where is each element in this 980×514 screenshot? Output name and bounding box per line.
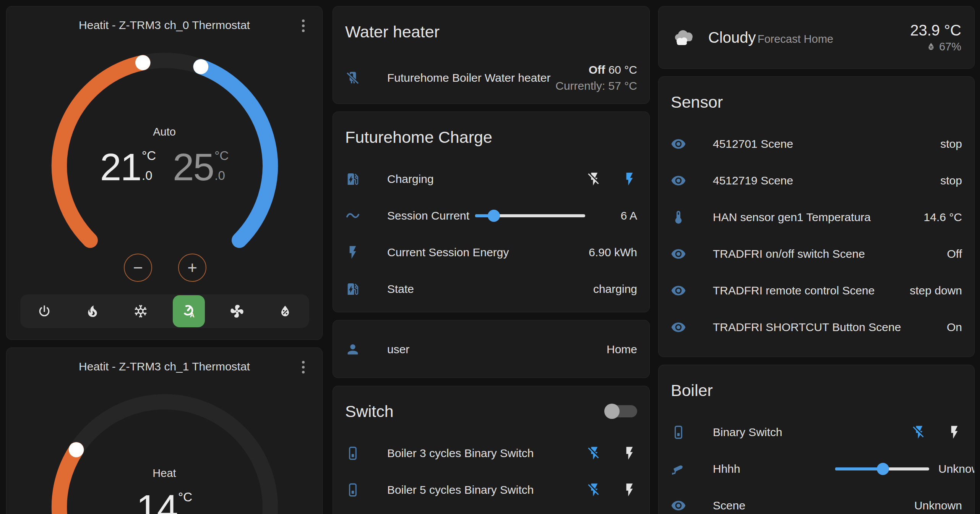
light-switch-icon: [345, 482, 360, 498]
thermostat-card-ch0: Heatit - Z-TRM3 ch_0 Thermostat Auto 21 …: [6, 6, 323, 340]
flash-icon[interactable]: [622, 482, 637, 498]
fan-icon: [229, 304, 245, 319]
eye-icon: [671, 136, 686, 152]
card-title: Futurehome Charge: [345, 112, 637, 147]
user-row[interactable]: user Home: [345, 320, 637, 378]
binary-switch-row[interactable]: Binary Switch: [671, 414, 962, 451]
switch-group-toggle[interactable]: [604, 404, 637, 419]
water-boiler-off-icon: [345, 70, 360, 86]
eye-icon: [671, 246, 686, 262]
right-column: Cloudy Forecast Home 23.9 °C 67% Sensor …: [658, 6, 975, 514]
light-switch-icon: [345, 446, 360, 461]
mode-heat-button[interactable]: [76, 295, 109, 327]
entity-state: Off 60 °C Currently: 57 °C: [555, 63, 637, 92]
weather-subtitle: Forecast Home: [758, 33, 833, 45]
entity-name: Current Session Energy: [387, 246, 509, 259]
target-temp-low: 21 °C .0: [100, 147, 156, 187]
eye-icon: [671, 498, 686, 513]
hvac-mode-bar: A: [20, 294, 309, 328]
increase-temp-button[interactable]: +: [178, 254, 206, 282]
more-options-icon[interactable]: [295, 359, 311, 375]
flash-icon[interactable]: [947, 425, 962, 440]
cloudy-icon: [672, 27, 697, 48]
flash-off-icon[interactable]: [587, 446, 602, 461]
mode-cool-button[interactable]: [125, 295, 157, 327]
sensor-card: Sensor 4512701 Scene stop 4512719 Scene …: [658, 76, 975, 357]
ev-station-icon: [345, 171, 360, 187]
session-current-slider[interactable]: [475, 208, 585, 223]
card-title: Water heater: [345, 6, 637, 42]
mode-off-button[interactable]: [28, 295, 60, 327]
thermometer-icon: [671, 210, 686, 225]
thermostat-card-ch1: Heatit - Z-TRM3 ch_1 Thermostat Heat 14 …: [6, 348, 323, 514]
state-row[interactable]: State charging: [345, 271, 637, 307]
boiler5-row[interactable]: Boiler 5 cycles Binary Switch: [345, 472, 637, 508]
mode-dry-button[interactable]: [269, 295, 301, 327]
entity-secondary: Currently: 57 °C: [555, 79, 637, 92]
boiler-card: Boiler Binary Switch: [658, 365, 975, 514]
thermostat-title: Heatit - Z-TRM3 ch_1 Thermostat: [6, 360, 322, 373]
entity-name: user: [387, 343, 409, 356]
temp-decimal: .0: [214, 168, 229, 183]
water-heater-row[interactable]: Futurehome Boiler Water heater Off 60 °C…: [345, 55, 637, 100]
entity-value: Home: [607, 343, 637, 356]
more-options-icon[interactable]: [295, 17, 311, 34]
mode-auto-button[interactable]: A: [173, 295, 205, 327]
account-icon: [345, 342, 360, 357]
thermostat-auto-icon: A: [181, 304, 196, 319]
sensor-row[interactable]: HAN sensor gen1 Temperatura 14.6 °C: [671, 199, 962, 236]
weather-humidity: 67%: [939, 39, 961, 54]
weather-temperature: 23.9 °C: [910, 22, 961, 39]
entity-value: 6.90 kWh: [589, 246, 637, 259]
sensor-row[interactable]: 4512701 Scene stop: [671, 126, 962, 162]
thermostat-header: Heatit - Z-TRM3 ch_1 Thermostat: [6, 348, 322, 385]
hhhh-slider[interactable]: [835, 461, 929, 477]
flash-off-icon[interactable]: [587, 482, 602, 498]
flash-icon[interactable]: [622, 446, 637, 461]
setpoint-thumb[interactable]: [69, 442, 84, 457]
entity-value: 6 A: [595, 209, 637, 222]
entity-name: Session Current: [387, 209, 469, 222]
sensor-row[interactable]: TRADFRI SHORTCUT Button Scene On: [671, 309, 962, 346]
high-setpoint-thumb[interactable]: [193, 59, 208, 74]
sensor-row[interactable]: TRADFRI remote control Scene step down: [671, 272, 962, 309]
mode-fan-button[interactable]: [221, 295, 253, 327]
boiler3-row[interactable]: Boiler 3 cycles Binary Switch: [345, 435, 637, 472]
sensor-row[interactable]: 4512719 Scene stop: [671, 162, 962, 199]
temp-decimal: .0: [142, 168, 156, 183]
ev-station-icon: [345, 281, 360, 297]
thermostat-header: Heatit - Z-TRM3 ch_0 Thermostat: [6, 6, 322, 43]
flash-off-icon[interactable]: [912, 425, 927, 440]
entity-name: State: [387, 283, 414, 296]
middle-column: Water heater Futurehome Boiler Water hea…: [333, 6, 650, 514]
flash-icon[interactable]: [622, 171, 637, 187]
target-temp-high: 25 °C .0: [173, 147, 229, 187]
session-current-row[interactable]: Session Current 6 A: [345, 197, 637, 234]
decrease-temp-button[interactable]: −: [124, 254, 152, 282]
target-temperatures: 14 °C: [6, 488, 322, 514]
low-setpoint-thumb[interactable]: [135, 55, 150, 70]
charging-row[interactable]: Charging: [345, 161, 637, 197]
card-title: Sensor: [671, 77, 962, 112]
target-temp: 14 °C: [136, 488, 192, 514]
entity-name: Boiler 5 cycles Binary Switch: [387, 483, 534, 496]
eye-icon: [671, 173, 686, 188]
snowflake-icon: [133, 304, 148, 319]
weather-readings: 23.9 °C 67%: [910, 21, 961, 54]
user-card: user Home: [333, 320, 650, 378]
hhhh-row[interactable]: Hhhh Unknown: [671, 451, 962, 487]
weather-card[interactable]: Cloudy Forecast Home 23.9 °C 67%: [658, 6, 975, 69]
session-energy-row[interactable]: Current Session Energy 6.90 kWh: [345, 234, 637, 271]
svg-text:A: A: [190, 312, 195, 319]
light-switch-icon: [671, 425, 686, 440]
eye-icon: [671, 320, 686, 335]
entity-name: Charging: [387, 173, 434, 186]
flash-off-icon[interactable]: [587, 171, 602, 187]
power-icon: [37, 304, 52, 319]
switch-card: Switch Boiler 3 cycles Binary Switch: [333, 386, 650, 514]
scene-row[interactable]: Scene Unknown: [671, 487, 962, 514]
futurehome-charge-card: Futurehome Charge Charging: [333, 112, 650, 312]
card-title: Boiler: [671, 365, 962, 400]
sensor-row[interactable]: TRADFRI on/off switch Scene Off: [671, 236, 962, 272]
weather-condition: Cloudy: [708, 29, 756, 46]
